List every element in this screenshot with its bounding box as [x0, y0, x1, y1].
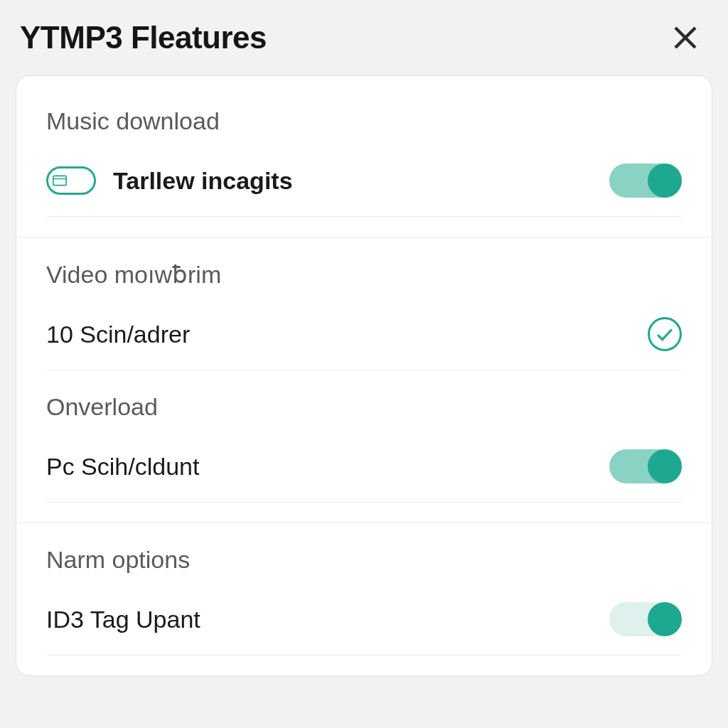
toggle-knob: [648, 449, 682, 483]
check-icon: [655, 326, 674, 342]
section-title: Music download: [46, 107, 682, 135]
feature-row-scinadrer[interactable]: 10 Scin/adrer: [46, 309, 682, 370]
feature-row-id3tag: ID3 Tag Upant: [46, 594, 682, 655]
section-title: Onverload: [46, 393, 682, 421]
page-title: YTMP3 Fleatures: [20, 20, 267, 55]
row-left: 10 Scin/adrer: [46, 321, 190, 348]
row-label: Pc Scih/cldunt: [46, 453, 199, 481]
features-panel: Music download Tarllew incagits Video mo…: [16, 75, 712, 676]
svg-rect-2: [53, 176, 66, 185]
section-video: Video moıwƀrim 10 Scin/adrer Onverload P…: [16, 237, 712, 523]
row-label: 10 Scin/adrer: [46, 321, 190, 348]
section-narm-options: Narm options ID3 Tag Upant: [16, 523, 712, 675]
pill-media-icon: [46, 166, 96, 195]
row-label: ID3 Tag Upant: [46, 606, 200, 633]
toggle-knob: [648, 164, 682, 198]
close-button[interactable]: [668, 21, 702, 55]
section-title: Narm options: [46, 546, 682, 574]
toggle-knob: [648, 602, 682, 636]
section-music-download: Music download Tarllew incagits: [16, 76, 712, 237]
toggle-tarllew[interactable]: [609, 164, 682, 198]
toggle-id3tag[interactable]: [609, 602, 682, 636]
row-left: ID3 Tag Upant: [46, 606, 200, 633]
feature-row-pcscih: Pc Scih/cldunt: [46, 441, 682, 503]
close-icon: [670, 23, 700, 53]
section-title: Video moıwƀrim: [46, 260, 682, 289]
row-label: Tarllew incagits: [113, 167, 293, 195]
row-left: Tarllew incagits: [46, 166, 293, 195]
dialog-header: YTMP3 Fleatures: [0, 0, 728, 75]
feature-row-tarllew: Tarllew incagits: [46, 155, 682, 217]
toggle-pcscih[interactable]: [609, 449, 682, 483]
row-left: Pc Scih/cldunt: [46, 453, 199, 481]
check-scinadrer[interactable]: [648, 317, 682, 351]
